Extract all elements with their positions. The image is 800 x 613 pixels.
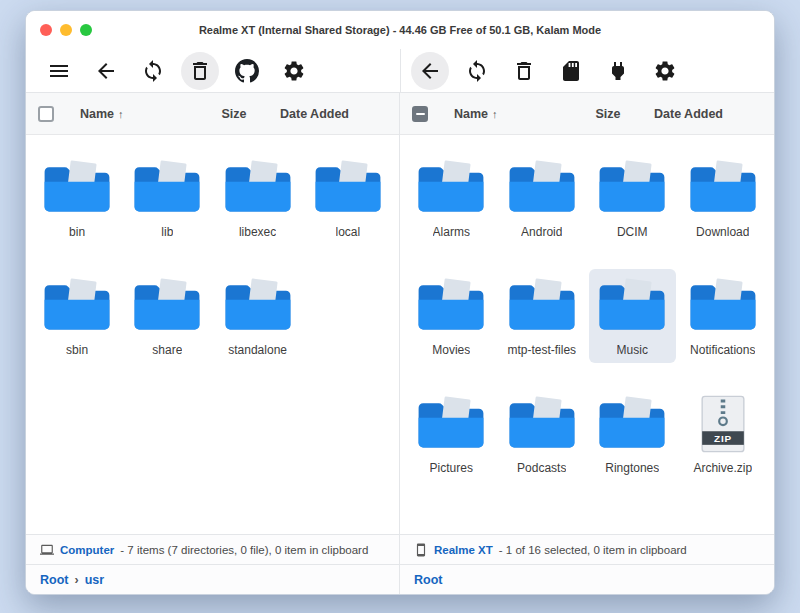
back-button-left[interactable] xyxy=(87,52,125,90)
back-arrow-icon xyxy=(94,59,118,83)
file-item-bin[interactable]: bin xyxy=(34,151,120,245)
file-grid-right[interactable]: Alarms Android DCIM Download Movies xyxy=(400,135,774,534)
settings-button-left[interactable] xyxy=(275,52,313,90)
status-right: Realme XT - 1 of 16 selected, 0 item in … xyxy=(400,535,774,564)
file-name: Podcasts xyxy=(517,461,566,475)
refresh-icon xyxy=(465,59,489,83)
breadcrumb-root-right[interactable]: Root xyxy=(414,573,442,587)
file-grid-left[interactable]: bin lib libexec local sbin xyxy=(26,135,399,534)
folder-icon xyxy=(312,159,384,217)
folder-icon xyxy=(131,277,203,335)
menu-button[interactable] xyxy=(40,52,78,90)
status-bar: Computer - 7 items (7 directories, 0 fil… xyxy=(26,534,774,564)
file-name: Download xyxy=(696,225,749,239)
column-name-label: Name xyxy=(454,107,488,121)
column-size-right[interactable]: Size xyxy=(562,107,654,121)
file-item-dcim[interactable]: DCIM xyxy=(589,151,676,245)
column-name-right[interactable]: Name ↑ xyxy=(454,107,562,121)
file-name: lib xyxy=(161,225,173,239)
breadcrumb-bar: Root › usr Root xyxy=(26,564,774,594)
file-name: standalone xyxy=(228,343,287,357)
file-item-local[interactable]: local xyxy=(305,151,391,245)
file-name: bin xyxy=(69,225,85,239)
refresh-button-right[interactable] xyxy=(458,52,496,90)
column-date-added-left[interactable]: Date Added xyxy=(280,107,387,121)
plug-icon xyxy=(606,59,630,83)
file-item-pictures[interactable]: Pictures xyxy=(408,387,495,481)
file-item-music-selected[interactable]: Music xyxy=(589,269,676,363)
column-size-left[interactable]: Size xyxy=(188,107,280,121)
github-icon xyxy=(235,59,259,83)
app-window: Realme XT (Internal Shared Storage) - 44… xyxy=(25,10,775,595)
settings-button-right[interactable] xyxy=(646,52,684,90)
close-button[interactable] xyxy=(40,24,52,36)
column-date-added-right[interactable]: Date Added xyxy=(654,107,762,121)
storage-button[interactable] xyxy=(552,52,590,90)
file-item-alarms[interactable]: Alarms xyxy=(408,151,495,245)
refresh-button-left[interactable] xyxy=(134,52,172,90)
column-name-label: Name xyxy=(80,107,114,121)
delete-button-right[interactable] xyxy=(505,52,543,90)
file-name: Pictures xyxy=(430,461,473,475)
computer-device-link[interactable]: Computer xyxy=(60,544,114,556)
title-bar[interactable]: Realme XT (Internal Shared Storage) - 44… xyxy=(26,11,774,49)
file-name: libexec xyxy=(239,225,276,239)
zoom-button[interactable] xyxy=(80,24,92,36)
file-item-sbin[interactable]: sbin xyxy=(34,269,120,363)
file-item-share[interactable]: share xyxy=(124,269,210,363)
trash-icon xyxy=(188,59,212,83)
zip-file-icon: ZIP xyxy=(687,395,759,453)
gear-icon xyxy=(282,59,306,83)
folder-icon xyxy=(415,159,487,217)
file-item-libexec[interactable]: libexec xyxy=(215,151,301,245)
file-item-android[interactable]: Android xyxy=(499,151,586,245)
folder-icon xyxy=(687,277,759,335)
folder-icon xyxy=(415,277,487,335)
refresh-icon xyxy=(141,59,165,83)
file-name: Notifications xyxy=(690,343,755,357)
file-name: mtp-test-files xyxy=(507,343,576,357)
status-text-left: - 7 items (7 directories, 0 file), 0 ite… xyxy=(120,544,368,556)
file-item-movies[interactable]: Movies xyxy=(408,269,495,363)
right-pane: Name ↑ Size Date Added Alarms Android DC… xyxy=(400,93,774,534)
status-left: Computer - 7 items (7 directories, 0 fil… xyxy=(26,535,400,564)
file-item-mtp-test-files[interactable]: mtp-test-files xyxy=(499,269,586,363)
folder-icon xyxy=(415,395,487,453)
file-item-standalone[interactable]: standalone xyxy=(215,269,301,363)
back-button-right[interactable] xyxy=(411,52,449,90)
usb-power-button[interactable] xyxy=(599,52,637,90)
minimize-button[interactable] xyxy=(60,24,72,36)
select-all-checkbox-right[interactable] xyxy=(412,106,428,122)
file-item-download[interactable]: Download xyxy=(680,151,767,245)
device-link[interactable]: Realme XT xyxy=(434,544,493,556)
window-controls xyxy=(40,11,92,49)
folder-icon xyxy=(131,159,203,217)
file-name: share xyxy=(152,343,182,357)
file-name: DCIM xyxy=(617,225,648,239)
folder-icon xyxy=(596,277,668,335)
delete-button-left[interactable] xyxy=(181,52,219,90)
window-title: Realme XT (Internal Shared Storage) - 44… xyxy=(199,24,601,36)
file-item-archive-zip[interactable]: ZIP Archive.zip xyxy=(680,387,767,481)
breadcrumb-usr[interactable]: usr xyxy=(85,573,104,587)
folder-icon xyxy=(596,159,668,217)
file-item-podcasts[interactable]: Podcasts xyxy=(499,387,586,481)
column-name-left[interactable]: Name ↑ xyxy=(80,107,188,121)
toolbar-right-pane xyxy=(400,49,774,92)
sort-ascending-icon: ↑ xyxy=(118,108,124,120)
hamburger-icon xyxy=(47,59,71,83)
folder-icon xyxy=(506,159,578,217)
sdcard-icon xyxy=(559,59,583,83)
select-all-checkbox-left[interactable] xyxy=(38,106,54,122)
indeterminate-dash-icon xyxy=(416,113,425,115)
file-name: Ringtones xyxy=(605,461,659,475)
left-column-header: Name ↑ Size Date Added xyxy=(26,93,399,135)
breadcrumb-root-left[interactable]: Root xyxy=(40,573,68,587)
file-item-notifications[interactable]: Notifications xyxy=(680,269,767,363)
left-pane: Name ↑ Size Date Added bin lib libexec xyxy=(26,93,400,534)
file-item-lib[interactable]: lib xyxy=(124,151,210,245)
file-panes: Name ↑ Size Date Added bin lib libexec xyxy=(26,93,774,534)
file-item-ringtones[interactable]: Ringtones xyxy=(589,387,676,481)
trash-icon xyxy=(512,59,536,83)
github-button[interactable] xyxy=(228,52,266,90)
